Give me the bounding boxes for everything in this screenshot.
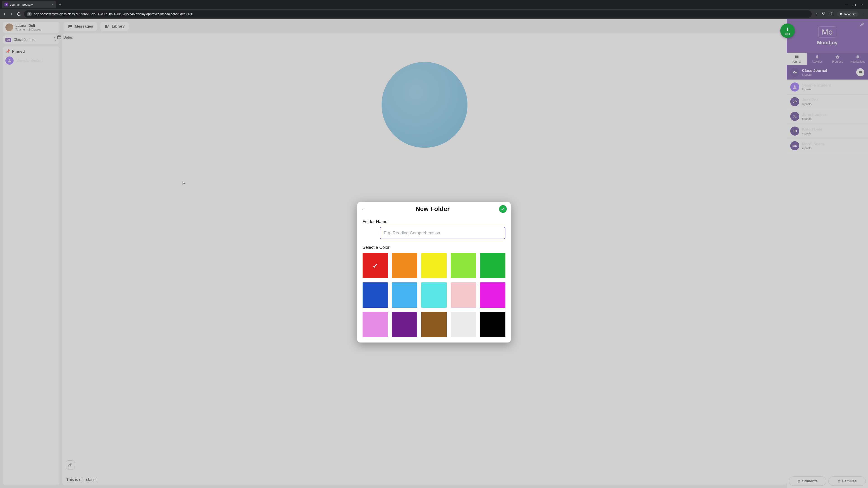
minimize-icon[interactable]: —: [845, 3, 848, 6]
add-button[interactable]: + Add: [780, 24, 795, 38]
incognito-badge[interactable]: Incognito: [837, 11, 859, 17]
url-text: app.seesaw.me/#/class/class.e01bf4c2-9a2…: [34, 12, 193, 16]
color-swatch[interactable]: [480, 312, 505, 337]
select-color-label: Select a Color:: [363, 245, 505, 250]
add-label: Add: [785, 32, 790, 35]
confirm-button[interactable]: [499, 205, 507, 213]
color-swatch[interactable]: [363, 312, 388, 337]
color-swatch[interactable]: [421, 312, 447, 337]
incognito-icon: [839, 12, 843, 16]
color-swatch[interactable]: [421, 283, 447, 308]
color-swatch[interactable]: [392, 253, 417, 278]
color-swatch[interactable]: [451, 283, 476, 308]
color-swatch[interactable]: [480, 283, 505, 308]
close-window-icon[interactable]: ✕: [861, 3, 864, 6]
folder-name-input[interactable]: [380, 227, 505, 239]
back-icon[interactable]: [2, 12, 6, 16]
reload-icon[interactable]: [17, 12, 21, 16]
color-swatch[interactable]: [392, 312, 417, 337]
browser-tab[interactable]: S Journal - Seesaw ×: [2, 1, 56, 8]
color-swatch[interactable]: [392, 283, 417, 308]
window-controls: — ▢ ✕: [845, 3, 866, 6]
color-grid: [363, 253, 505, 337]
new-folder-modal: ← New Folder Folder Name: Select a Color…: [357, 202, 511, 343]
color-swatch[interactable]: [363, 283, 388, 308]
close-tab-icon[interactable]: ×: [51, 3, 53, 6]
color-swatch[interactable]: [451, 312, 476, 337]
browser-menu-icon[interactable]: ⋮: [862, 12, 866, 16]
bookmark-star-icon[interactable]: ☆: [815, 12, 818, 16]
tab-title: Journal - Seesaw: [10, 3, 33, 6]
forward-icon[interactable]: [9, 12, 13, 16]
color-swatch[interactable]: [480, 253, 505, 278]
modal-title: New Folder: [366, 205, 499, 213]
new-tab-button[interactable]: +: [57, 2, 63, 7]
incognito-label: Incognito: [844, 12, 856, 16]
svg-rect-0: [830, 12, 833, 15]
maximize-icon[interactable]: ▢: [853, 3, 856, 6]
color-swatch[interactable]: [363, 253, 388, 278]
site-settings-icon[interactable]: ⚙: [27, 12, 32, 16]
back-arrow-icon[interactable]: ←: [361, 206, 366, 212]
check-icon: [501, 207, 505, 211]
color-swatch[interactable]: [451, 253, 476, 278]
extensions-icon[interactable]: [822, 11, 826, 17]
side-panel-icon[interactable]: [829, 11, 833, 17]
color-swatch[interactable]: [421, 253, 447, 278]
folder-name-label: Folder Name:: [363, 219, 505, 224]
url-field[interactable]: ⚙ app.seesaw.me/#/class/class.e01bf4c2-9…: [24, 10, 812, 18]
plus-icon: +: [786, 26, 789, 32]
seesaw-favicon: S: [4, 3, 8, 6]
browser-tab-bar: S Journal - Seesaw × + — ▢ ✕: [0, 0, 868, 9]
address-bar: ⚙ app.seesaw.me/#/class/class.e01bf4c2-9…: [0, 9, 868, 19]
